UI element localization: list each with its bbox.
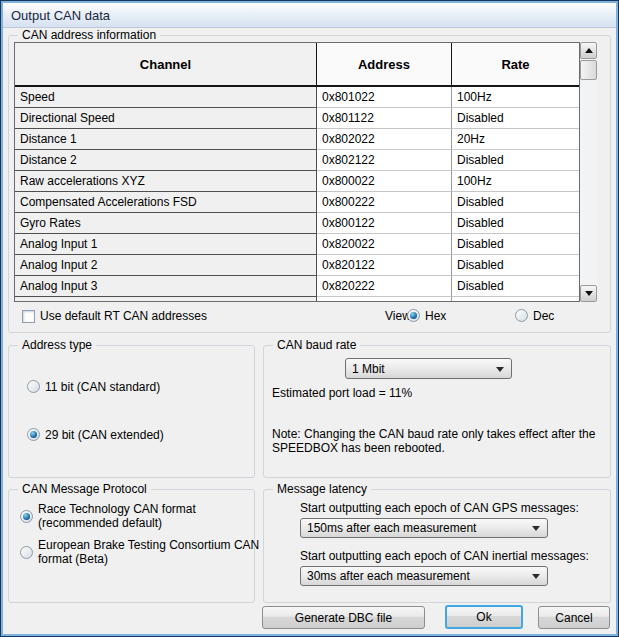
gps-latency-value: 150ms after each measurement xyxy=(307,521,476,535)
baud-note-text: Note: Changing the CAN baud rate only ta… xyxy=(272,428,602,455)
cell-rate: Disabled xyxy=(452,108,579,129)
cell-channel: Analog Input 1 xyxy=(15,234,317,255)
cell-channel: Speed xyxy=(15,87,317,108)
radio-29bit[interactable] xyxy=(27,428,40,441)
column-header-rate: Rate xyxy=(452,43,579,87)
cell-address: 0x802022 xyxy=(317,129,452,150)
label-29bit[interactable]: 29 bit (CAN extended) xyxy=(45,428,164,442)
table-row[interactable]: Speed0x801022100Hz xyxy=(15,87,579,108)
cell-address: 0x820122 xyxy=(317,255,452,276)
radio-eu-format[interactable] xyxy=(20,546,33,559)
cancel-button[interactable]: Cancel xyxy=(538,606,610,629)
cancel-label: Cancel xyxy=(555,611,592,625)
baud-note-line1: Note: Changing the CAN baud rate only ta… xyxy=(272,428,602,442)
baud-rate-combobox[interactable]: 1 Mbit xyxy=(345,358,512,379)
table-body: Speed0x801022100HzDirectional Speed0x801… xyxy=(15,87,579,297)
scroll-down-icon xyxy=(585,291,593,296)
label-eu-format[interactable]: European Brake Testing Consortium CAN fo… xyxy=(38,539,259,566)
dialog-window: Output CAN data CAN address information … xyxy=(0,0,619,637)
table-row[interactable]: Distance 10x80202220Hz xyxy=(15,129,579,150)
title-bar[interactable]: Output CAN data xyxy=(3,3,616,28)
ok-label: Ok xyxy=(476,610,491,624)
baud-rate-group-label: CAN baud rate xyxy=(273,338,360,352)
combo-arrow-icon xyxy=(532,526,540,531)
cell-rate: Disabled xyxy=(452,192,579,213)
table-row[interactable]: Analog Input 20x820122Disabled xyxy=(15,255,579,276)
inertial-latency-value: 30ms after each measurement xyxy=(307,569,470,583)
cell-address: 0x820022 xyxy=(317,234,452,255)
data-grid: Channel Address Rate Speed0x801022100HzD… xyxy=(14,42,580,302)
cell-address: 0x802122 xyxy=(317,150,452,171)
table-row[interactable]: Analog Input 30x820222Disabled xyxy=(15,276,579,297)
inertial-latency-label: Start outputting each epoch of CAN inert… xyxy=(300,549,589,563)
cell-address xyxy=(317,297,452,301)
cell-rate xyxy=(452,297,579,301)
vertical-scrollbar[interactable] xyxy=(580,42,597,302)
table-row[interactable]: Directional Speed0x801122Disabled xyxy=(15,108,579,129)
label-eu-format-line2: format (Beta) xyxy=(38,553,259,567)
column-header-channel: Channel xyxy=(15,43,317,87)
inertial-latency-combobox[interactable]: 30ms after each measurement xyxy=(300,566,548,586)
address-type-group-label: Address type xyxy=(18,338,96,352)
generate-dbc-button[interactable]: Generate DBC file xyxy=(262,606,425,629)
cell-rate: 20Hz xyxy=(452,129,579,150)
dec-label[interactable]: Dec xyxy=(533,309,554,323)
cell-rate: 100Hz xyxy=(452,87,579,108)
scroll-down-button[interactable] xyxy=(580,285,597,302)
label-11bit[interactable]: 11 bit (CAN standard) xyxy=(45,380,160,394)
baud-rate-value: 1 Mbit xyxy=(352,362,385,376)
use-default-checkbox[interactable] xyxy=(22,310,35,323)
dec-radio[interactable] xyxy=(515,309,528,322)
radio-11bit[interactable] xyxy=(27,380,40,393)
table-row[interactable]: Analog Input 10x820022Disabled xyxy=(15,234,579,255)
label-eu-format-line1: European Brake Testing Consortium CAN xyxy=(38,539,259,553)
hex-radio[interactable] xyxy=(407,309,420,322)
can-address-table: Channel Address Rate Speed0x801022100HzD… xyxy=(14,42,597,302)
ok-button[interactable]: Ok xyxy=(445,605,523,629)
combo-arrow-icon xyxy=(532,574,540,579)
column-header-address: Address xyxy=(317,43,452,87)
radio-rt-format[interactable] xyxy=(20,510,33,523)
cell-channel: Directional Speed xyxy=(15,108,317,129)
table-row-partial xyxy=(15,297,579,301)
baud-note-line2: SPEEDBOX has been rebooted. xyxy=(272,442,602,456)
table-row[interactable]: Raw accelerations XYZ0x800022100Hz xyxy=(15,171,579,192)
table-header: Channel Address Rate xyxy=(15,43,579,87)
cell-rate: Disabled xyxy=(452,150,579,171)
protocol-group-label: CAN Message Protocol xyxy=(18,482,151,496)
cell-channel: Analog Input 3 xyxy=(15,276,317,297)
address-type-group: Address type xyxy=(8,345,255,478)
cell-rate: Disabled xyxy=(452,255,579,276)
use-default-label[interactable]: Use default RT CAN addresses xyxy=(40,309,207,323)
latency-group-label: Message latency xyxy=(273,482,371,496)
hex-label[interactable]: Hex xyxy=(425,309,446,323)
cell-rate: Disabled xyxy=(452,276,579,297)
generate-dbc-label: Generate DBC file xyxy=(295,611,392,625)
gps-latency-label: Start outputting each epoch of CAN GPS m… xyxy=(300,501,579,515)
cell-address: 0x801022 xyxy=(317,87,452,108)
cell-channel: Raw accelerations XYZ xyxy=(15,171,317,192)
cell-address: 0x800222 xyxy=(317,192,452,213)
cell-rate: Disabled xyxy=(452,213,579,234)
cell-channel: Distance 2 xyxy=(15,150,317,171)
scroll-up-icon xyxy=(585,48,593,53)
port-load-text: Estimated port load = 11% xyxy=(272,386,412,400)
cell-address: 0x820222 xyxy=(317,276,452,297)
gps-latency-combobox[interactable]: 150ms after each measurement xyxy=(300,518,548,538)
label-rt-format-line2: (recommended default) xyxy=(38,517,196,531)
can-address-group-label: CAN address information xyxy=(18,28,160,42)
table-row[interactable]: Distance 20x802122Disabled xyxy=(15,150,579,171)
scroll-thumb[interactable] xyxy=(580,60,597,80)
table-row[interactable]: Gyro Rates0x800122Disabled xyxy=(15,213,579,234)
cell-address: 0x801122 xyxy=(317,108,452,129)
cell-address: 0x800022 xyxy=(317,171,452,192)
cell-channel: Distance 1 xyxy=(15,129,317,150)
cell-channel xyxy=(15,297,317,301)
table-row[interactable]: Compensated Accelerations FSD0x800222Dis… xyxy=(15,192,579,213)
scroll-up-button[interactable] xyxy=(580,42,597,59)
label-rt-format-line1: Race Technology CAN format xyxy=(38,503,196,517)
label-rt-format[interactable]: Race Technology CAN format (recommended … xyxy=(38,503,196,530)
cell-channel: Compensated Accelerations FSD xyxy=(15,192,317,213)
cell-channel: Gyro Rates xyxy=(15,213,317,234)
cell-rate: Disabled xyxy=(452,234,579,255)
